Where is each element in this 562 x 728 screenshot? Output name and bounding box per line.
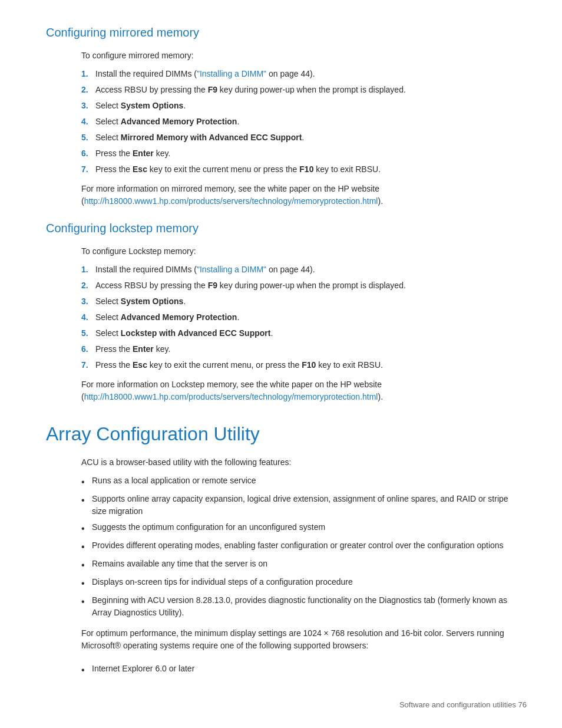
step-content-6: Press the Enter key. [95, 147, 516, 160]
ls-step-content-4: Select Advanced Memory Protection. [95, 311, 516, 324]
advanced-memory-bold: Advanced Memory Protection [121, 117, 237, 126]
bullet-icon-2: • [81, 493, 92, 508]
lockstep-hp-link[interactable]: http://h18000.www1.hp.com/products/serve… [84, 392, 378, 401]
mirrored-steps-list: 1. Install the required DIMMs ("Installi… [81, 68, 516, 176]
lockstep-step-4: 4. Select Advanced Memory Protection. [81, 311, 516, 324]
acu-browser-list: • Internet Explorer 6.0 or later [81, 663, 516, 677]
mirrored-step-4: 4. Select Advanced Memory Protection. [81, 116, 516, 128]
bullet-icon-1: • [81, 475, 92, 489]
lockstep-intro: To configure Lockstep memory: [81, 245, 516, 258]
ls-system-options-bold: System Options [121, 297, 184, 306]
lockstep-ecc-bold: Lockstep with Advanced ECC Support [121, 328, 271, 338]
step-content-2: Access RBSU by pressing the F9 key durin… [95, 84, 516, 96]
step-num-7: 7. [81, 163, 95, 176]
ls-step-num-7: 7. [81, 359, 95, 371]
ls-advanced-memory-bold: Advanced Memory Protection [121, 312, 237, 322]
ls-step-num-4: 4. [81, 311, 95, 324]
browser-text-1: Internet Explorer 6.0 or later [92, 663, 516, 675]
bullet-icon-3: • [81, 522, 92, 536]
step-num-4: 4. [81, 116, 95, 128]
acu-feature-4: • Provides different operating modes, en… [81, 539, 516, 554]
f10-bold-1: F10 [299, 164, 313, 174]
acu-perf-note: For optimum performance, the minimum dis… [81, 627, 516, 652]
lockstep-step-2: 2. Access RBSU by pressing the F9 key du… [81, 279, 516, 292]
lockstep-step-1: 1. Install the required DIMMs ("Installi… [81, 263, 516, 276]
acu-feature-2: • Supports online array capacity expansi… [81, 493, 516, 518]
acu-heading: Array Configuration Utility [46, 420, 516, 448]
acu-feature-text-4: Provides different operating modes, enab… [92, 539, 516, 552]
mirrored-ecc-bold: Mirrored Memory with Advanced ECC Suppor… [121, 133, 302, 142]
ls-step-content-7: Press the Esc key to exit the current me… [95, 359, 516, 371]
ls-step-content-5: Select Lockstep with Advanced ECC Suppor… [95, 327, 516, 340]
browser-bullet-1: • [81, 663, 92, 677]
ls-step-num-1: 1. [81, 263, 95, 276]
mirrored-intro: To configure mirrored memory: [81, 50, 516, 62]
acu-feature-6: • Displays on-screen tips for individual… [81, 576, 516, 591]
step-content-5: Select Mirrored Memory with Advanced ECC… [95, 131, 516, 144]
lockstep-note: For more information on Lockstep memory,… [81, 378, 516, 403]
step-num-3: 3. [81, 100, 95, 112]
acu-feature-text-2: Supports online array capacity expansion… [92, 493, 516, 518]
ls-step-num-2: 2. [81, 279, 95, 292]
ls-step-content-3: Select System Options. [95, 295, 516, 308]
installing-dimm-link-2[interactable]: "Installing a DIMM" [197, 265, 266, 274]
lockstep-step-3: 3. Select System Options. [81, 295, 516, 308]
acu-feature-3: • Suggests the optimum configuration for… [81, 521, 516, 536]
browser-item-1: • Internet Explorer 6.0 or later [81, 663, 516, 677]
acu-feature-text-6: Displays on-screen tips for individual s… [92, 576, 516, 588]
acu-features-list: • Runs as a local application or remote … [81, 475, 516, 619]
lockstep-heading: Configuring lockstep memory [46, 219, 516, 237]
acu-feature-text-7: Beginning with ACU version 8.28.13.0, pr… [92, 594, 516, 619]
acu-feature-text-1: Runs as a local application or remote se… [92, 475, 516, 487]
acu-feature-text-3: Suggests the optimum configuration for a… [92, 521, 516, 533]
mirrored-step-2: 2. Access RBSU by pressing the F9 key du… [81, 84, 516, 96]
ls-enter-bold: Enter [133, 344, 154, 354]
esc-bold-1: Esc [133, 164, 147, 174]
acu-feature-7: • Beginning with ACU version 8.28.13.0, … [81, 594, 516, 619]
mirrored-step-3: 3. Select System Options. [81, 100, 516, 112]
acu-section: Array Configuration Utility ACU is a bro… [46, 420, 516, 677]
ls-step-content-2: Access RBSU by pressing the F9 key durin… [95, 279, 516, 292]
step-num-2: 2. [81, 84, 95, 96]
mirrored-step-5: 5. Select Mirrored Memory with Advanced … [81, 131, 516, 144]
f9-bold: F9 [208, 85, 217, 94]
step-content-3: Select System Options. [95, 100, 516, 112]
bullet-icon-7: • [81, 595, 92, 609]
step-content-7: Press the Esc key to exit the current me… [95, 163, 516, 176]
step-content-4: Select Advanced Memory Protection. [95, 116, 516, 128]
enter-bold-1: Enter [133, 149, 154, 158]
ls-esc-bold: Esc [133, 360, 147, 370]
ls-step-content-6: Press the Enter key. [95, 343, 516, 355]
mirrored-note: For more information on mirrored memory,… [81, 183, 516, 207]
mirrored-heading: Configuring mirrored memory [46, 24, 516, 41]
bullet-icon-5: • [81, 558, 92, 572]
ls-step-num-5: 5. [81, 327, 95, 340]
mirrored-hp-link[interactable]: http://h18000.www1.hp.com/products/serve… [84, 196, 378, 206]
lockstep-step-7: 7. Press the Esc key to exit the current… [81, 359, 516, 371]
mirrored-step-7: 7. Press the Esc key to exit the current… [81, 163, 516, 176]
lockstep-memory-section: Configuring lockstep memory To configure… [46, 219, 516, 403]
lockstep-step-5: 5. Select Lockstep with Advanced ECC Sup… [81, 327, 516, 340]
ls-step-content-1: Install the required DIMMs ("Installing … [95, 263, 516, 276]
mirrored-step-1: 1. Install the required DIMMs ("Installi… [81, 68, 516, 80]
ls-step-num-3: 3. [81, 295, 95, 308]
ls-f10-bold: F10 [302, 360, 316, 370]
installing-dimm-link-1[interactable]: "Installing a DIMM" [197, 69, 266, 78]
bullet-icon-6: • [81, 577, 92, 591]
ls-f9-bold: F9 [208, 281, 217, 290]
bullet-icon-4: • [81, 540, 92, 554]
lockstep-step-6: 6. Press the Enter key. [81, 343, 516, 355]
acu-intro: ACU is a browser-based utility with the … [81, 456, 516, 469]
acu-feature-1: • Runs as a local application or remote … [81, 475, 516, 489]
system-options-bold: System Options [121, 101, 184, 110]
step-num-1: 1. [81, 68, 95, 80]
lockstep-steps-list: 1. Install the required DIMMs ("Installi… [81, 263, 516, 371]
step-content-1: Install the required DIMMs ("Installing … [95, 68, 516, 80]
acu-feature-text-5: Remains available any time that the serv… [92, 558, 516, 570]
page-footer: Software and configuration utilities 76 [399, 699, 527, 711]
ls-step-num-6: 6. [81, 343, 95, 355]
mirrored-memory-section: Configuring mirrored memory To configure… [46, 24, 516, 207]
mirrored-step-6: 6. Press the Enter key. [81, 147, 516, 160]
step-num-5: 5. [81, 131, 95, 144]
step-num-6: 6. [81, 147, 95, 160]
